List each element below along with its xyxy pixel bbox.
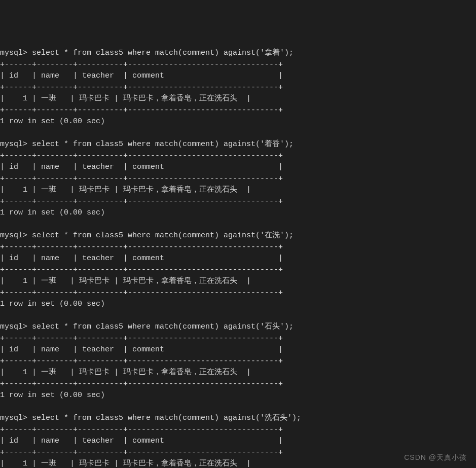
watermark: CSDN @天真小孩 [404,452,467,463]
mysql-terminal[interactable]: mysql> select * from class5 where match(… [0,48,476,468]
